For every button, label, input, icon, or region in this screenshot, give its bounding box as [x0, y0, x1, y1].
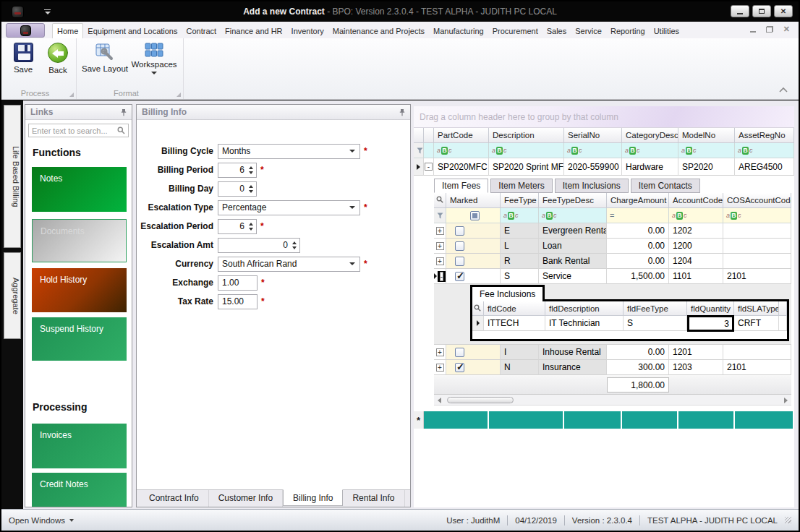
- collapse-ribbon-icon[interactable]: [778, 87, 788, 93]
- expand-row-cell[interactable]: +: [434, 223, 446, 239]
- expand-row-cell[interactable]: +: [434, 345, 446, 360]
- billing-day-stepper[interactable]: 0: [218, 181, 257, 197]
- expand-row-cell[interactable]: +: [434, 254, 446, 269]
- column-header-feetype[interactable]: FeeType: [501, 193, 539, 208]
- ribbon-tab-manufacturing[interactable]: Manufacturing: [429, 24, 488, 38]
- scrollbar-thumb[interactable]: [447, 397, 514, 403]
- currency-dropdown[interactable]: South African Rand: [218, 257, 360, 272]
- collapse-row-cell[interactable]: -: [434, 269, 446, 284]
- cell-fldquantity-annotated[interactable]: 3: [687, 315, 734, 332]
- column-header-fldslatype[interactable]: fldSLAType: [734, 301, 779, 316]
- cell-accountcode[interactable]: 1201: [669, 345, 723, 360]
- cell-feetypedesc[interactable]: Evergreen Rental: [539, 223, 607, 239]
- resize-grip-icon[interactable]: [785, 517, 791, 523]
- tab-contract-info[interactable]: Contract Info: [140, 490, 209, 507]
- tab-fee-inclusions[interactable]: Fee Inclusions: [470, 285, 545, 301]
- cell-feetypedesc[interactable]: Service: [539, 269, 607, 284]
- expand-row-cell[interactable]: +: [434, 360, 446, 375]
- scroll-left-icon[interactable]: [438, 398, 441, 403]
- filter-cell-cosaccountcode[interactable]: aBc: [723, 208, 791, 223]
- cell-feetypedesc[interactable]: Inhouse Rental: [539, 345, 607, 360]
- fee-row-evergreen[interactable]: + E Evergreen Rental 0.00 1202: [434, 223, 791, 239]
- filter-cell-modelno[interactable]: aBc: [678, 143, 735, 158]
- column-header-fldcode[interactable]: fldCode: [484, 301, 545, 316]
- escalation-type-dropdown[interactable]: Percentage: [218, 200, 360, 215]
- cell-feetype[interactable]: R: [501, 254, 539, 269]
- cell-serialno[interactable]: 2020-559900: [564, 158, 622, 176]
- expand-icon[interactable]: +: [436, 348, 444, 356]
- side-tab-aggregate[interactable]: Aggregate: [4, 252, 21, 339]
- cell-cosaccountcode[interactable]: 2101: [723, 360, 791, 375]
- item-row[interactable]: - SP2020MFC SP2020 Sprint MFC 2020-55990…: [414, 158, 794, 176]
- cell-accountcode[interactable]: 1204: [669, 254, 723, 269]
- filter-cell[interactable]: [424, 143, 434, 158]
- expand-icon[interactable]: +: [436, 242, 444, 250]
- cell-chargeamount[interactable]: 0.00: [607, 254, 669, 269]
- cell-accountcode[interactable]: 1101: [669, 269, 723, 284]
- cell-feetypedesc[interactable]: Insurance: [539, 360, 607, 375]
- save-layout-button[interactable]: Save Layout: [82, 43, 127, 73]
- checkbox-unchecked-icon[interactable]: [455, 241, 464, 251]
- cell-cosaccountcode[interactable]: [723, 254, 791, 269]
- ribbon-tab-equipment-and-locations[interactable]: Equipment and Locations: [83, 24, 182, 38]
- column-header-chargeamount[interactable]: ChargeAmount: [607, 193, 669, 208]
- cell-accountcode[interactable]: 1200: [669, 239, 723, 254]
- tab-item-fees[interactable]: Item Fees: [434, 179, 488, 193]
- checkbox-unchecked-icon[interactable]: [455, 257, 464, 266]
- new-row-cell[interactable]: [424, 411, 489, 429]
- cell-fldslatype[interactable]: CRFT: [734, 316, 779, 331]
- new-item-row[interactable]: *: [414, 411, 794, 429]
- cell-feetypedesc[interactable]: Loan: [539, 239, 607, 254]
- fee-row-service[interactable]: - ✓ S Service 1,500.00 1101 2101: [434, 269, 791, 284]
- filter-cell-serialno[interactable]: aBc: [564, 143, 622, 158]
- filter-cell-description[interactable]: aBc: [489, 143, 564, 158]
- marked-cell[interactable]: [446, 345, 501, 360]
- cell-chargeamount[interactable]: 1,500.00: [607, 269, 669, 284]
- cell-feetypedesc[interactable]: Bank Rental: [539, 254, 607, 269]
- child-minimize-icon[interactable]: [750, 31, 756, 33]
- cell-cosaccountcode[interactable]: [723, 223, 791, 239]
- cell-modelno[interactable]: SP2020: [678, 158, 735, 176]
- cell-flddescription[interactable]: IT Technician: [545, 316, 624, 331]
- ribbon-tab-home[interactable]: Home: [52, 23, 83, 38]
- group-by-bar[interactable]: Drag a column header here to group by th…: [414, 106, 794, 128]
- ribbon-tab-procurement[interactable]: Procurement: [488, 24, 542, 38]
- marked-cell[interactable]: [446, 254, 501, 269]
- billing-cycle-dropdown[interactable]: Months: [218, 144, 360, 159]
- child-close-icon[interactable]: ✕: [783, 25, 790, 33]
- cell-chargeamount[interactable]: 0.00: [607, 223, 669, 239]
- filter-cell-marked[interactable]: [446, 208, 501, 223]
- documents-button[interactable]: Documents: [32, 219, 127, 262]
- ribbon-tab-contract[interactable]: Contract: [182, 24, 221, 38]
- column-header-modelno[interactable]: ModelNo: [678, 128, 735, 143]
- back-button[interactable]: Back: [39, 43, 77, 74]
- escalation-amt-stepper[interactable]: 0: [218, 238, 300, 253]
- invoices-button[interactable]: Invoices: [32, 424, 127, 468]
- filter-cell-accountcode[interactable]: aBc: [669, 208, 723, 223]
- links-search-input[interactable]: Enter text to search...: [28, 124, 129, 137]
- cell-cosaccountcode[interactable]: [723, 239, 791, 254]
- column-header-fldfeetype[interactable]: fldFeeType: [624, 301, 687, 316]
- fee-row-insurance[interactable]: + ✓ N Insurance 300.00 1203 2101: [434, 360, 791, 375]
- cell-feetype[interactable]: L: [501, 239, 539, 254]
- cell-cosaccountcode[interactable]: 2101: [723, 269, 791, 284]
- cell-chargeamount[interactable]: 0.00: [607, 239, 669, 254]
- filter-cell-categorydesc[interactable]: aBc: [622, 143, 678, 158]
- new-row-cell[interactable]: [564, 411, 622, 429]
- cell-fldfeetype[interactable]: S: [624, 316, 687, 331]
- cell-fldcode[interactable]: ITTECH: [484, 316, 545, 331]
- column-header-serialno[interactable]: SerialNo: [564, 128, 622, 143]
- filter-cell-feetype[interactable]: aBc: [501, 208, 539, 223]
- billing-period-stepper[interactable]: 6: [218, 163, 257, 178]
- checkbox-unchecked-icon[interactable]: [455, 226, 464, 236]
- filter-cell-chargeamount[interactable]: =: [607, 208, 669, 223]
- column-header-feetypedesc[interactable]: FeeTypeDesc: [539, 193, 607, 208]
- ribbon-tab-finance-and-hr[interactable]: Finance and HR: [221, 24, 287, 38]
- cell-assetregno[interactable]: AREG4500: [735, 158, 794, 176]
- exchange-field[interactable]: 1.00: [218, 275, 258, 291]
- spinner-arrows-icon[interactable]: [247, 223, 256, 231]
- checkbox-unchecked-icon[interactable]: [455, 348, 464, 357]
- horizontal-scrollbar[interactable]: [434, 395, 791, 406]
- new-row-cell[interactable]: [622, 411, 678, 429]
- column-header-partcode[interactable]: PartCode: [434, 128, 489, 143]
